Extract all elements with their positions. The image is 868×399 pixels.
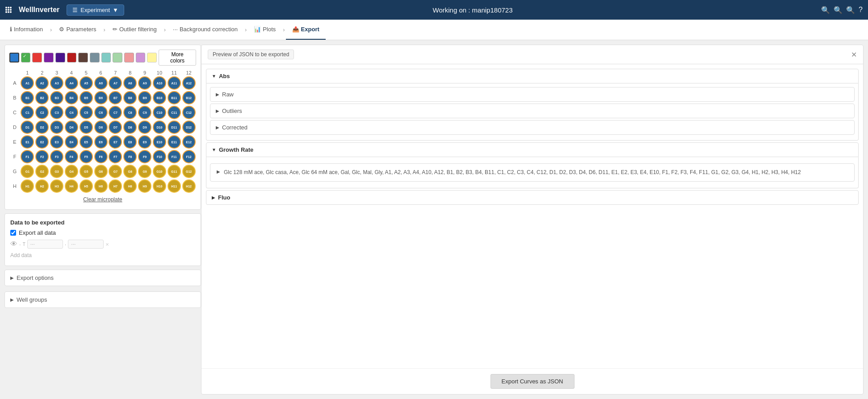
well-F1[interactable]: F1 [21,150,34,163]
well-D5[interactable]: D5 [80,121,93,134]
well-D4[interactable]: D4 [65,121,78,134]
grid-menu-icon[interactable] [5,7,12,13]
well-H11[interactable]: H11 [168,179,181,193]
well-C10[interactable]: C10 [153,106,166,119]
well-F7[interactable]: F7 [109,150,122,163]
well-C9[interactable]: C9 [138,106,151,119]
color-swatch-red[interactable] [32,53,42,62]
well-F4[interactable]: F4 [65,150,78,163]
well-H4[interactable]: H4 [65,179,78,193]
well-B10[interactable]: B10 [153,91,166,104]
color-swatch-teal[interactable] [101,53,111,62]
well-G12[interactable]: G12 [182,165,196,178]
well-E9[interactable]: E9 [138,135,151,149]
well-A1[interactable]: A1 [21,76,34,90]
well-H12[interactable]: H12 [182,179,196,193]
well-F10[interactable]: F10 [153,150,166,163]
well-E6[interactable]: E6 [94,135,108,149]
color-swatch-purple[interactable] [44,53,54,62]
tree-child-raw[interactable]: Raw [210,87,855,102]
export-json-button[interactable]: Export Curves as JSON [491,374,574,389]
tree-node-abs-header[interactable]: Abs [206,69,859,83]
well-C1[interactable]: C1 [21,106,34,119]
well-H1[interactable]: H1 [21,179,34,193]
tab-information[interactable]: ℹ Information [4,20,49,40]
well-G6[interactable]: G6 [94,165,108,178]
tree-node-fluo-header[interactable]: Fluo [206,190,859,205]
well-G11[interactable]: G11 [168,165,181,178]
well-E11[interactable]: E11 [168,135,181,149]
well-D10[interactable]: D10 [153,121,166,134]
well-E4[interactable]: E4 [65,135,78,149]
well-F5[interactable]: F5 [80,150,93,163]
help-icon[interactable]: ? [859,6,863,14]
color-swatch-pink[interactable] [124,53,134,62]
well-G4[interactable]: G4 [65,165,78,178]
well-A3[interactable]: A3 [50,76,63,90]
tab-plots[interactable]: 📊 Plots [247,20,282,40]
filter-remove[interactable]: × [105,241,109,248]
well-A4[interactable]: A4 [65,76,78,90]
well-C7[interactable]: C7 [109,106,122,119]
well-H8[interactable]: H8 [123,179,137,193]
experiment-selector[interactable]: ☰ Experiment ▼ [67,4,124,16]
well-H10[interactable]: H10 [153,179,166,193]
well-C6[interactable]: C6 [94,106,108,119]
well-B12[interactable]: B12 [182,91,196,104]
color-swatch-brown[interactable] [78,53,88,62]
well-H9[interactable]: H9 [138,179,151,193]
tree-child-outliers[interactable]: Outliers [210,104,855,118]
zoom-out-icon[interactable]: 🔍 [846,6,855,14]
color-swatch-light-green[interactable] [113,53,122,62]
color-swatch-yellow[interactable] [147,53,157,62]
well-E10[interactable]: E10 [153,135,166,149]
tab-outlier[interactable]: ✏ Outlier filtering [106,20,163,40]
well-B5[interactable]: B5 [80,91,93,104]
well-D9[interactable]: D9 [138,121,151,134]
well-H6[interactable]: H6 [94,179,108,193]
well-F2[interactable]: F2 [35,150,49,163]
well-A8[interactable]: A8 [123,76,137,90]
tab-parameters[interactable]: ⚙ Parameters [53,20,102,40]
well-E12[interactable]: E12 [182,135,196,149]
well-G5[interactable]: G5 [80,165,93,178]
color-swatch-lavender[interactable] [136,53,146,62]
well-F8[interactable]: F8 [123,150,137,163]
well-G8[interactable]: G8 [123,165,137,178]
well-A12[interactable]: A12 [182,76,196,90]
well-A9[interactable]: A9 [138,76,151,90]
well-A10[interactable]: A10 [153,76,166,90]
well-C5[interactable]: C5 [80,106,93,119]
filter-input-1[interactable] [27,240,63,249]
well-D8[interactable]: D8 [123,121,137,134]
zoom-in-icon[interactable]: 🔍 [821,6,830,14]
well-B11[interactable]: B11 [168,91,181,104]
well-B8[interactable]: B8 [123,91,137,104]
well-B9[interactable]: B9 [138,91,151,104]
well-groups-section[interactable]: Well groups [4,291,201,308]
close-preview-button[interactable]: ✕ [851,50,857,59]
well-B4[interactable]: B4 [65,91,78,104]
well-F11[interactable]: F11 [168,150,181,163]
well-D11[interactable]: D11 [168,121,181,134]
well-G7[interactable]: G7 [109,165,122,178]
well-F9[interactable]: F9 [138,150,151,163]
well-E8[interactable]: E8 [123,135,137,149]
zoom-reset-icon[interactable]: 🔍 [834,6,843,14]
tab-background[interactable]: ··· Background correction [167,20,244,40]
well-F12[interactable]: F12 [182,150,196,163]
well-D2[interactable]: D2 [35,121,49,134]
well-A2[interactable]: A2 [35,76,49,90]
well-C11[interactable]: C11 [168,106,181,119]
well-H7[interactable]: H7 [109,179,122,193]
color-swatch-dark-red[interactable] [67,53,77,62]
well-B3[interactable]: B3 [50,91,63,104]
color-swatch-green[interactable]: ✓ [21,53,31,62]
well-D12[interactable]: D12 [182,121,196,134]
well-G2[interactable]: G2 [35,165,49,178]
well-B6[interactable]: B6 [94,91,108,104]
export-all-checkbox[interactable] [10,230,16,236]
well-E2[interactable]: E2 [35,135,49,149]
well-C3[interactable]: C3 [50,106,63,119]
well-D6[interactable]: D6 [94,121,108,134]
